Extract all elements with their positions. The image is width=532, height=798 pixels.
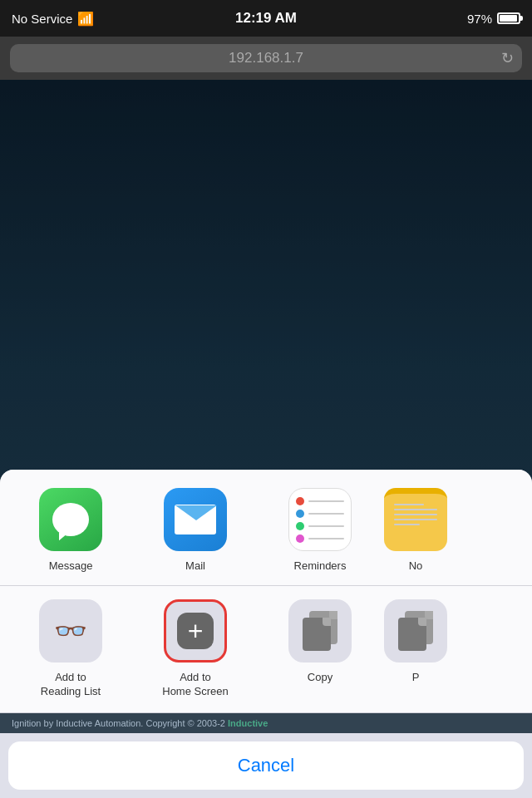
share-sheet: Message Mail: [0, 470, 532, 798]
share-app-notes[interactable]: No: [382, 488, 449, 572]
share-app-mail[interactable]: Mail: [133, 488, 258, 572]
message-label: Message: [49, 559, 93, 572]
share-actions-row: 👓 Add toReading List + Add toHome Screen: [0, 586, 532, 713]
notes-label: No: [409, 559, 423, 572]
cancel-label: Cancel: [238, 755, 294, 776]
more-icon: [398, 611, 433, 651]
copy-label: Copy: [308, 671, 332, 685]
more-label: P: [412, 671, 420, 685]
copy-document-icon: [303, 611, 337, 651]
notes-line-1: [394, 504, 424, 505]
notes-line-3: [394, 514, 437, 515]
share-action-copy[interactable]: Copy: [258, 599, 382, 699]
dot-blue: [296, 510, 304, 518]
rline-3: [308, 525, 344, 527]
notes-line-5: [394, 524, 420, 525]
share-app-reminders[interactable]: Reminders: [258, 488, 382, 572]
add-plus-icon: +: [177, 613, 214, 649]
glasses-icon: 👓: [54, 615, 87, 647]
status-bar: No Service 📶 12:19 AM 97%: [0, 0, 532, 37]
battery-percent: 97%: [467, 12, 492, 26]
share-action-reading-list[interactable]: 👓 Add toReading List: [8, 599, 133, 699]
reminder-line-2: [296, 510, 344, 518]
mail-envelope-icon: [175, 505, 216, 534]
notes-line-2: [394, 509, 437, 510]
share-sheet-overlay: Message Mail: [0, 80, 532, 798]
copy-page-front: [303, 618, 331, 651]
more-icon-box: [384, 599, 447, 663]
rline-4: [308, 538, 344, 539]
message-bubble-icon: [52, 503, 89, 536]
no-service-label: No Service: [12, 12, 72, 26]
reading-list-label: Add toReading List: [41, 671, 101, 699]
cancel-button[interactable]: Cancel: [8, 741, 524, 790]
rline-1: [308, 500, 344, 502]
time-label: 12:19 AM: [235, 10, 297, 27]
reminder-line-3: [296, 522, 344, 530]
address-bar: ↻: [0, 37, 532, 80]
dot-red: [296, 497, 304, 505]
battery-icon: [497, 12, 520, 24]
mail-label: Mail: [185, 559, 205, 572]
footer-text: Ignition by Inductive Automation. Copyri…: [12, 718, 225, 728]
reminder-line-1: [296, 497, 344, 505]
dot-green: [296, 522, 304, 530]
mail-app-icon: [164, 488, 227, 551]
rline-2: [308, 513, 344, 515]
reminders-label: Reminders: [294, 559, 347, 572]
dot-purple: [296, 534, 304, 543]
status-left: No Service 📶: [12, 11, 94, 27]
wifi-icon: 📶: [77, 11, 94, 27]
add-home-screen-icon-box: +: [164, 599, 227, 663]
notes-app-icon: [384, 488, 447, 551]
share-app-message[interactable]: Message: [8, 488, 133, 572]
reminders-dots: [296, 497, 344, 543]
url-input[interactable]: [10, 44, 522, 72]
status-right: 97%: [467, 12, 520, 26]
share-apps-row: Message Mail: [0, 470, 532, 586]
notes-lines: [389, 499, 442, 530]
share-action-add-home[interactable]: + Add toHome Screen: [133, 599, 258, 699]
footer-logo: Inductive: [228, 718, 268, 728]
reminder-line-4: [296, 534, 344, 543]
reminders-app-icon: [288, 488, 352, 551]
refresh-icon[interactable]: ↻: [501, 49, 514, 67]
message-app-icon: [39, 488, 102, 551]
footer-copyright: Ignition by Inductive Automation. Copyri…: [0, 713, 532, 733]
reading-list-icon-box: 👓: [39, 599, 102, 663]
more-page-front: [398, 618, 426, 651]
notes-line-4: [394, 519, 437, 520]
web-content: Message Mail: [0, 80, 532, 798]
add-home-screen-label: Add toHome Screen: [162, 671, 228, 699]
share-action-more[interactable]: P: [382, 599, 449, 699]
copy-icon-box: [288, 599, 352, 663]
